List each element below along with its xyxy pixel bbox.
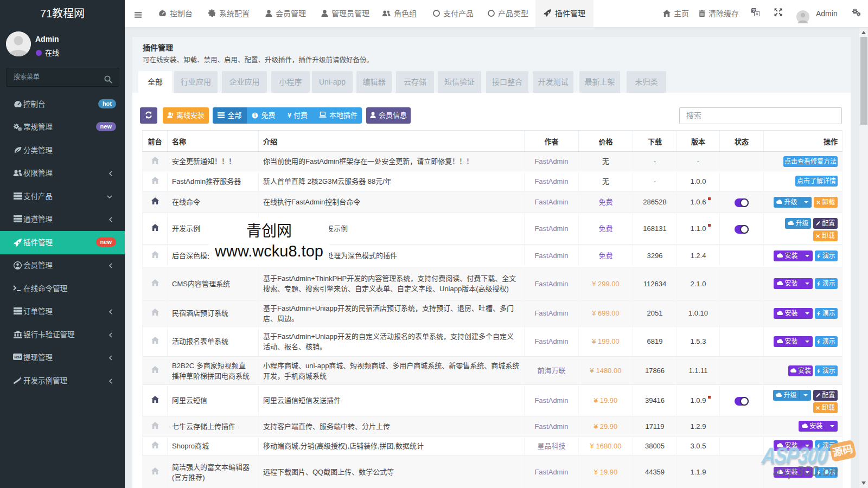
svg-text:A: A — [756, 11, 758, 16]
svg-text:VISA: VISA — [14, 356, 21, 359]
svg-text:i: i — [254, 113, 256, 118]
